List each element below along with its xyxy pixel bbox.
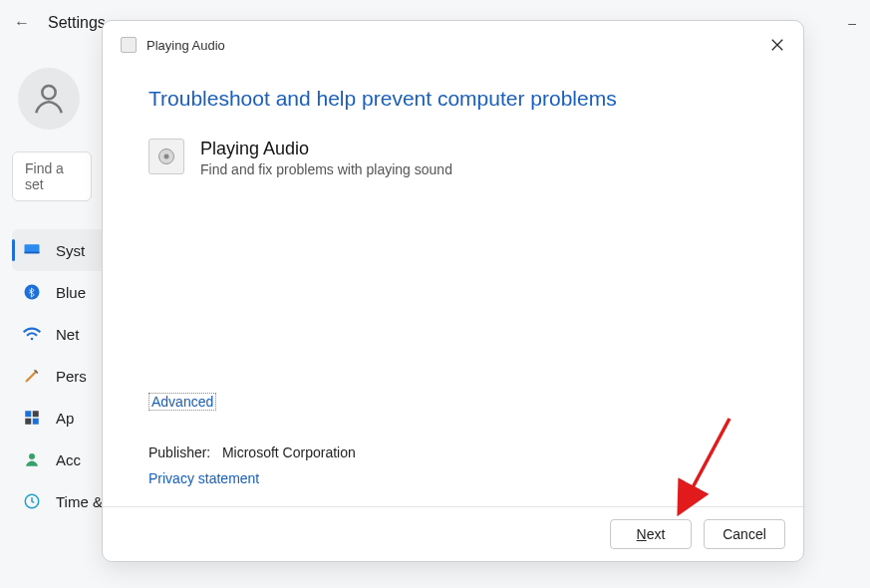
svg-point-12: [164, 154, 169, 159]
settings-title: Settings: [48, 14, 106, 32]
svg-point-4: [31, 338, 34, 341]
apps-icon: [22, 408, 42, 428]
sidebar-item-label: Pers: [56, 368, 87, 385]
cancel-button[interactable]: Cancel: [704, 519, 785, 549]
close-icon: [770, 38, 784, 52]
svg-rect-8: [33, 419, 39, 425]
troubleshooter-name: Playing Audio: [200, 139, 452, 159]
bluetooth-icon: [22, 282, 42, 302]
monitor-icon: [22, 240, 42, 260]
next-button[interactable]: Next: [610, 519, 692, 549]
privacy-link[interactable]: Privacy statement: [148, 470, 356, 486]
sidebar-item-label: Syst: [56, 242, 85, 259]
avatar[interactable]: [18, 68, 80, 130]
wifi-icon: [22, 324, 42, 344]
svg-rect-7: [25, 419, 31, 425]
troubleshooter-dialog: Playing Audio Troubleshoot and help prev…: [102, 20, 804, 562]
dialog-body: Troubleshoot and help prevent computer p…: [103, 59, 803, 506]
brush-icon: [22, 366, 42, 386]
troubleshooter-icon: [121, 37, 137, 53]
publisher-label: Publisher:: [148, 444, 210, 460]
back-icon[interactable]: ←: [14, 14, 30, 32]
clock-icon: [22, 491, 42, 511]
account-icon: [22, 449, 42, 469]
window-controls: –: [848, 15, 856, 31]
svg-rect-6: [33, 411, 39, 417]
dialog-heading: Troubleshoot and help prevent computer p…: [148, 87, 757, 111]
svg-point-9: [29, 453, 35, 459]
publisher-value: Microsoft Corporation: [222, 444, 356, 460]
troubleshooter-description: Find and fix problems with playing sound: [200, 161, 452, 177]
publisher-row: Publisher: Microsoft Corporation: [148, 444, 356, 460]
svg-rect-2: [25, 252, 40, 254]
advanced-link[interactable]: Advanced: [148, 393, 216, 411]
dialog-titlebar: Playing Audio: [103, 21, 803, 59]
sidebar-item-label: Blue: [56, 284, 86, 301]
svg-rect-5: [25, 411, 31, 417]
dialog-window-title: Playing Audio: [146, 38, 225, 53]
svg-point-0: [42, 86, 55, 99]
close-button[interactable]: [765, 33, 789, 57]
sidebar-item-label: Ap: [56, 410, 74, 427]
sidebar-item-label: Acc: [56, 451, 81, 468]
dialog-footer: Next Cancel: [103, 506, 803, 561]
sidebar-item-label: Net: [56, 326, 79, 343]
person-icon: [30, 80, 68, 118]
search-input[interactable]: Find a set: [12, 151, 92, 201]
minimize-icon[interactable]: –: [848, 15, 856, 31]
audio-icon: [148, 139, 184, 174]
troubleshooter-item: Playing Audio Find and fix problems with…: [148, 139, 757, 177]
